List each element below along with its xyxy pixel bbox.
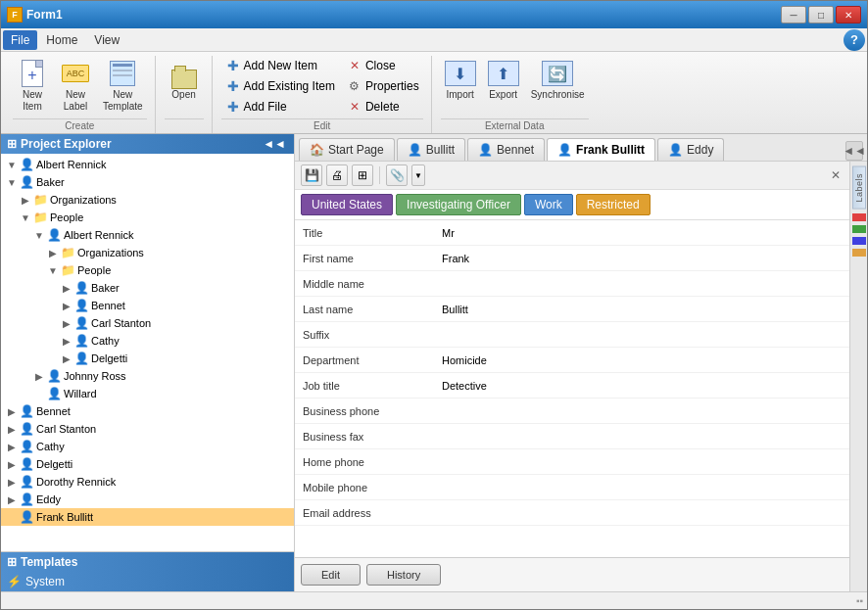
tree-node-carl-sub[interactable]: ▶ 👤 Carl Stanton [1, 314, 294, 332]
input-suffix[interactable] [438, 327, 844, 343]
cat-tab-investigating-officer[interactable]: Investigating Officer [396, 194, 521, 215]
tree-node-ar-orgs[interactable]: ▶ 📁 Organizations [1, 244, 294, 261]
tree-node-delgetti-sub[interactable]: ▶ 👤 Delgetti [1, 350, 294, 367]
import-button[interactable]: ⬇ Import [441, 56, 480, 103]
menu-view[interactable]: View [86, 30, 127, 50]
close-button[interactable]: ✕ Close [343, 56, 423, 75]
new-template-button[interactable]: NewTemplate [99, 56, 147, 115]
green-color-label[interactable] [852, 225, 866, 233]
menu-file[interactable]: File [3, 30, 37, 50]
tree-node-baker-orgs[interactable]: ▶ 📁 Organizations [1, 191, 294, 209]
tab-eddy[interactable]: 👤 Eddy [657, 138, 724, 161]
dropdown-toolbar-button[interactable]: ▼ [411, 164, 425, 186]
new-label-button[interactable]: ABC NewLabel [56, 56, 95, 115]
cat-tab-restricted[interactable]: Restricted [576, 194, 651, 215]
maximize-button[interactable]: □ [808, 6, 834, 23]
expand-delgetti[interactable]: ▶ [5, 459, 19, 470]
history-button[interactable]: History [366, 564, 441, 586]
panel-header-left: ⊞ Project Explorer [7, 137, 112, 151]
expand-baker-people[interactable]: ▼ [19, 212, 32, 223]
labels-sidebar-item[interactable]: Labels [852, 166, 866, 210]
right-panel-collapse-button[interactable]: ◄◄ [845, 141, 863, 161]
synchronise-button[interactable]: 🔄 Synchronise [527, 56, 589, 103]
tree-node-ar-sub[interactable]: ▼ 👤 Albert Rennick [1, 226, 294, 244]
expand-bennet-sub[interactable]: ▶ [60, 301, 73, 311]
expand-baker-orgs[interactable]: ▶ [19, 195, 32, 206]
expand-carl-sub[interactable]: ▶ [60, 318, 73, 329]
expand-baker-sub[interactable]: ▶ [60, 283, 73, 294]
content-close-button[interactable]: ✕ [828, 167, 844, 183]
tree-node-baker[interactable]: ▼ 👤 Baker [1, 173, 294, 191]
tab-start-page[interactable]: 🏠 Start Page [299, 138, 395, 161]
expand-ar-sub[interactable]: ▼ [32, 230, 46, 241]
orange-color-label[interactable] [852, 249, 866, 257]
attach-toolbar-button[interactable]: 📎 [386, 164, 408, 186]
expand-ar-people[interactable]: ▼ [46, 265, 60, 276]
input-email[interactable] [438, 505, 844, 521]
tree-node-eddy[interactable]: ▶ 👤 Eddy [1, 491, 294, 508]
tree-node-dorothy-rennick[interactable]: ▶ 👤 Dorothy Rennick [1, 473, 294, 491]
panel-collapse-button[interactable]: ◄◄ [261, 137, 288, 151]
export-button[interactable]: ⬆ Export [484, 56, 523, 103]
input-first-name[interactable] [438, 251, 844, 266]
add-file-button[interactable]: ✚ Add File [221, 97, 339, 117]
templates-section[interactable]: ⊞ Templates [1, 552, 294, 572]
tab-bennet[interactable]: 👤 Bennet [467, 138, 545, 161]
open-button[interactable]: Open [165, 56, 204, 103]
input-home-phone[interactable] [438, 454, 844, 470]
tab-bullitt[interactable]: 👤 Bullitt [397, 138, 465, 161]
close-window-button[interactable]: ✕ [836, 6, 861, 23]
cat-tab-work[interactable]: Work [524, 194, 573, 215]
input-last-name[interactable] [438, 302, 844, 317]
help-button[interactable]: ? [844, 29, 865, 51]
expand-albert-rennick[interactable]: ▼ [5, 160, 19, 170]
tree-node-carl-stanton[interactable]: ▶ 👤 Carl Stanton [1, 420, 294, 438]
tree-node-johnny-ross[interactable]: ▶ 👤 Johnny Ross [1, 367, 294, 385]
input-mobile-phone[interactable] [438, 480, 844, 495]
expand-johnny-ross[interactable]: ▶ [32, 371, 46, 382]
expand-bennet[interactable]: ▶ [5, 406, 19, 417]
input-title[interactable] [438, 225, 844, 241]
input-job-title[interactable] [438, 378, 844, 394]
tree-node-bennet[interactable]: ▶ 👤 Bennet [1, 402, 294, 420]
tree-node-frank-bullitt[interactable]: ▶ 👤 Frank Bullitt [1, 508, 294, 526]
delete-button[interactable]: ✕ Delete [343, 97, 423, 117]
new-item-button[interactable]: + NewItem [13, 56, 52, 115]
minimize-button[interactable]: ─ [781, 6, 806, 23]
expand-delgetti-sub[interactable]: ▶ [60, 353, 73, 364]
red-color-label[interactable] [852, 213, 866, 221]
save-toolbar-button[interactable]: 💾 [301, 164, 322, 186]
tree-node-bennet-sub[interactable]: ▶ 👤 Bennet [1, 297, 294, 314]
expand-carl-stanton[interactable]: ▶ [5, 424, 19, 435]
tree-label-bennet: Bennet [36, 405, 71, 417]
add-new-item-button[interactable]: ✚ Add New Item [221, 56, 339, 75]
expand-ar-orgs[interactable]: ▶ [46, 248, 60, 258]
grid-toolbar-button[interactable]: ⊞ [352, 164, 373, 186]
tree-node-albert-rennick[interactable]: ▼ 👤 Albert Rennick [1, 156, 294, 173]
blue-color-label[interactable] [852, 237, 866, 245]
expand-cathy-sub[interactable]: ▶ [60, 336, 73, 347]
input-middle-name[interactable] [438, 276, 844, 292]
tree-node-cathy[interactable]: ▶ 👤 Cathy [1, 438, 294, 455]
input-department[interactable] [438, 352, 844, 368]
menu-home[interactable]: Home [38, 30, 85, 50]
print-toolbar-button[interactable]: 🖨 [326, 164, 348, 186]
tree-node-willard[interactable]: ▶ 👤 Willard [1, 385, 294, 402]
expand-cathy[interactable]: ▶ [5, 442, 19, 452]
tree-node-ar-people[interactable]: ▼ 📁 People [1, 261, 294, 279]
tree-node-baker-sub[interactable]: ▶ 👤 Baker [1, 279, 294, 297]
tree-node-cathy-sub[interactable]: ▶ 👤 Cathy [1, 332, 294, 350]
edit-button[interactable]: Edit [301, 564, 361, 586]
input-business-fax[interactable] [438, 429, 844, 445]
expand-dorothy-rennick[interactable]: ▶ [5, 477, 19, 488]
cat-tab-united-states[interactable]: United States [301, 194, 393, 215]
tab-frank-bullitt[interactable]: 👤 Frank Bullitt [547, 138, 655, 161]
properties-button[interactable]: ⚙ Properties [343, 76, 423, 96]
system-section[interactable]: ⚡ System [1, 572, 294, 591]
expand-baker[interactable]: ▼ [5, 177, 19, 188]
add-existing-item-button[interactable]: ✚ Add Existing Item [221, 76, 339, 96]
tree-node-delgetti[interactable]: ▶ 👤 Delgetti [1, 455, 294, 473]
expand-eddy[interactable]: ▶ [5, 494, 19, 505]
tree-node-baker-people[interactable]: ▼ 📁 People [1, 209, 294, 226]
input-business-phone[interactable] [438, 403, 844, 419]
